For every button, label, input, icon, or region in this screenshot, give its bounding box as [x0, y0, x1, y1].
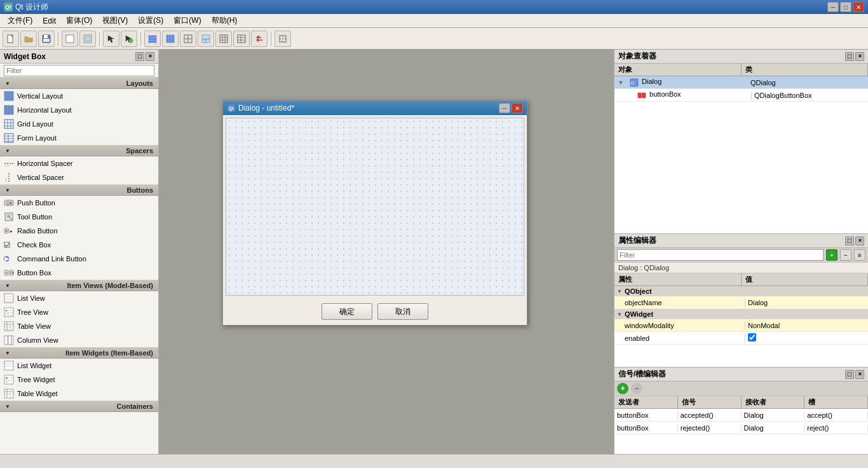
se-float-btn[interactable]: ⬚ [845, 370, 854, 379]
dialog-ok-button[interactable]: 确定 [322, 303, 372, 320]
close-button[interactable]: ✕ [853, 2, 864, 12]
toolbar-layout5[interactable] [215, 31, 232, 47]
widget-box-float[interactable]: ⬚ [135, 52, 144, 61]
toolbar-adjust[interactable] [275, 31, 291, 47]
table-widget-icon [4, 389, 14, 399]
svg-point-58 [5, 230, 8, 232]
pe-row-windowmodality[interactable]: windowModality NonModal [614, 319, 868, 332]
grid-layout-icon [4, 119, 14, 129]
toolbar-layout4[interactable] [198, 31, 214, 47]
widget-item-tree-widget[interactable]: ▼ ▷ Tree Widget [0, 373, 158, 387]
widget-item-tree-view[interactable]: ▼ ▷ Tree View [0, 305, 158, 319]
widget-item-check-box[interactable]: Check Box [0, 238, 158, 252]
se-row-0[interactable]: buttonBox accepted() Dialog accept() [614, 409, 868, 422]
pe-row-enabled[interactable]: enabled [614, 332, 868, 345]
svg-rect-18 [202, 35, 210, 39]
widget-item-vertical-layout[interactable]: Vertical Layout [0, 89, 158, 103]
toolbar-connect[interactable] [121, 31, 137, 47]
main-content: Widget Box ⬚ ✕ Layouts Vertical Layo [0, 50, 868, 454]
menu-item-h[interactable]: 帮助(H) [207, 14, 243, 27]
widget-item-button-box[interactable]: ✕ OK Button Box [0, 266, 158, 280]
menu-item-w[interactable]: 窗口(W) [168, 14, 206, 27]
se-remove-btn[interactable]: − [631, 383, 642, 394]
pe-remove-filter-btn[interactable]: − [840, 249, 851, 261]
widget-item-tool-button[interactable]: 🔧 Tool Button [0, 210, 158, 224]
pe-float-btn[interactable]: ⬚ [845, 237, 854, 245]
svg-rect-7 [85, 36, 90, 41]
menu-item-o[interactable]: 窗体(O) [61, 14, 97, 27]
widget-item-grid-layout[interactable]: Grid Layout [0, 117, 158, 131]
toolbar-layout1[interactable] [144, 31, 161, 47]
menu-item-s[interactable]: 设置(S) [133, 14, 168, 27]
widget-filter-input[interactable] [4, 65, 154, 76]
svg-rect-4 [43, 39, 50, 42]
maximize-button[interactable]: □ [840, 2, 851, 12]
pe-val-enabled [745, 333, 868, 343]
widget-item-horizontal-spacer[interactable]: ↔ Horizontal Spacer [0, 156, 158, 170]
menu-item-f[interactable]: 文件(F) [3, 14, 37, 27]
category-spacers[interactable]: Spacers [0, 145, 158, 156]
menu-item-edit[interactable]: Edit [37, 15, 61, 27]
dialog-window[interactable]: Qt Dialog - untitled* ─ ✕ 确定 取消 [222, 100, 527, 326]
pe-filter-input[interactable] [617, 249, 824, 261]
toolbar-select[interactable] [103, 31, 119, 47]
toolbar-layout3[interactable] [180, 31, 196, 47]
category-layouts[interactable]: Layouts [0, 78, 158, 89]
pe-add-filter-btn[interactable]: + [826, 249, 837, 261]
pe-col-property: 属性 [614, 273, 742, 286]
pe-content: ▼ QObject objectName Dialog ▼ QWidget wi… [614, 286, 868, 367]
se-add-btn[interactable]: + [617, 383, 628, 394]
widget-item-form-layout[interactable]: Form Layout [0, 131, 158, 145]
oi-close-btn[interactable]: ✕ [855, 52, 864, 61]
svg-text:●: ● [10, 229, 12, 233]
canvas-area[interactable]: Qt Dialog - untitled* ─ ✕ 确定 取消 [159, 50, 614, 454]
oi-value-buttonbox: QDialogButtonBox [751, 92, 868, 99]
category-item-views[interactable]: Item Views (Model-Based) [0, 280, 158, 291]
dialog-minimize-btn[interactable]: ─ [499, 103, 510, 113]
toolbar-preview2[interactable] [79, 31, 96, 47]
widget-item-push-button[interactable]: OK Push Button [0, 196, 158, 210]
widget-item-command-link[interactable]: ▶ Command Link Button [0, 252, 158, 266]
widget-item-list-view[interactable]: List View [0, 291, 158, 305]
se-close-btn[interactable]: ✕ [855, 370, 864, 379]
dialog-content-area[interactable] [226, 118, 524, 296]
widget-item-list-widget[interactable]: List Widget [0, 359, 158, 373]
dialog-close-btn[interactable]: ✕ [512, 103, 523, 113]
toolbar-save[interactable] [38, 31, 55, 47]
column-view-icon [4, 335, 14, 345]
widget-item-radio-button[interactable]: ● Radio Button [0, 224, 158, 238]
pe-close-btn[interactable]: ✕ [855, 237, 864, 245]
svg-rect-104 [642, 93, 646, 98]
form-layout-icon [4, 133, 14, 143]
widget-item-vertical-spacer[interactable]: ↕ Vertical Spacer [0, 170, 158, 184]
category-containers[interactable]: Containers [0, 401, 158, 412]
oi-float-btn[interactable]: ⬚ [845, 52, 854, 61]
oi-col-object: 对象 [614, 64, 742, 76]
toolbar-new[interactable] [3, 31, 19, 47]
toolbar-layout2[interactable] [162, 31, 179, 47]
oi-row-buttonbox[interactable]: buttonBox QDialogButtonBox [614, 89, 868, 102]
pe-filter-options-btn[interactable]: ≡ [854, 249, 865, 261]
dialog-cancel-button[interactable]: 取消 [377, 303, 428, 320]
toolbar-open[interactable] [20, 31, 37, 47]
oi-row-dialog[interactable]: ▼ D Dialog QDialog [614, 76, 868, 89]
se-signal-0: accepted() [678, 411, 742, 419]
menu-item-v[interactable]: 视图(V) [97, 14, 133, 27]
list-widget-icon [4, 361, 14, 371]
widget-item-table-view[interactable]: Table View [0, 319, 158, 333]
widget-item-column-view[interactable]: Column View [0, 333, 158, 347]
widget-item-table-widget[interactable]: Table Widget [0, 387, 158, 401]
se-row-1[interactable]: buttonBox rejected() Dialog reject() [614, 422, 868, 434]
svg-rect-3 [44, 35, 48, 38]
category-buttons[interactable]: Buttons [0, 184, 158, 196]
category-item-widgets[interactable]: Item Widgets (Item-Based) [0, 347, 158, 359]
widget-box-close[interactable]: ✕ [146, 52, 154, 61]
widget-item-horizontal-layout[interactable]: Horizontal Layout [0, 103, 158, 117]
toolbar-break-layout[interactable] [251, 31, 268, 47]
se-sender-0: buttonBox [614, 411, 678, 419]
toolbar-layout6[interactable] [233, 31, 250, 47]
minimize-button[interactable]: ─ [827, 2, 839, 12]
app-icon: Qt [4, 3, 13, 11]
pe-row-objectname[interactable]: objectName Dialog [614, 296, 868, 309]
toolbar-preview1[interactable] [62, 31, 78, 47]
